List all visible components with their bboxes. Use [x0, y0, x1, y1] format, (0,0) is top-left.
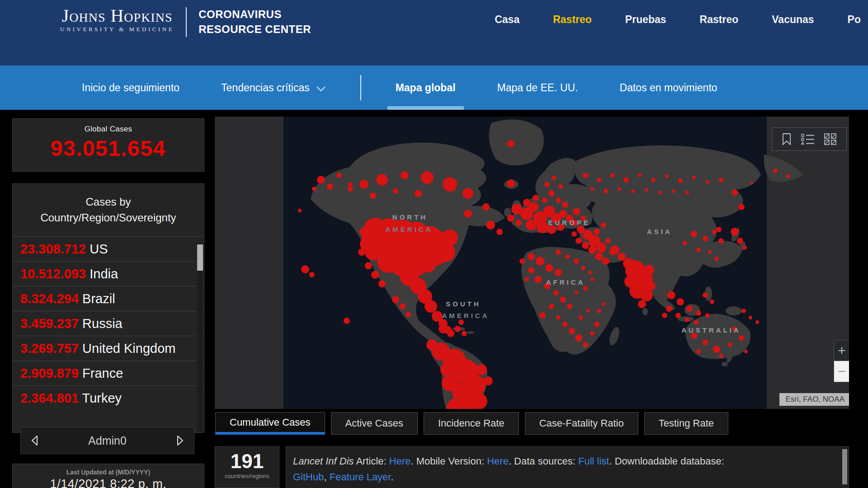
subnav-datos-en-movimiento[interactable]: Datos en movimiento — [599, 66, 738, 110]
country-name: France — [82, 366, 123, 380]
map-metric-tabs: Cumulative Cases Active Cases Incidence … — [215, 412, 728, 435]
cases-scrollbar-thumb[interactable] — [197, 244, 203, 271]
label-south: SOUTH — [446, 300, 481, 308]
case-count: 2.909.879 — [20, 366, 79, 380]
countries-count-caption: countries/regions — [215, 473, 279, 479]
country-name: United Kingdom — [82, 341, 175, 356]
label-europe: EUROPE — [548, 219, 590, 226]
heading-line1: Cases by — [17, 194, 199, 210]
nav-item-rastreo[interactable]: Rastreo — [536, 14, 609, 26]
site-logo[interactable]: Johns Hopkins University & Medicine CORO… — [60, 6, 311, 37]
nav-item-po-truncated[interactable]: Po — [831, 14, 863, 26]
cases-by-country-heading: Cases by Country/Region/Sovereignty — [13, 184, 204, 236]
nav-item-pruebas[interactable]: Pruebas — [609, 14, 683, 26]
nav-item-casa[interactable]: Casa — [478, 14, 536, 26]
nav-item-vacunas[interactable]: Vacunas — [755, 14, 830, 26]
country-row-brazil[interactable]: 8.324.294 Brazil — [13, 286, 204, 311]
basemap-grid-icon[interactable] — [824, 133, 837, 145]
brand-line1: CORONAVIRUS — [198, 7, 311, 22]
case-count: 8.324.294 — [20, 291, 79, 306]
world-map[interactable]: NORTH AMERICA EUROPE ASIA AFRICA SOUTH A… — [215, 117, 849, 409]
country-row-france[interactable]: 2.909.879 France — [13, 361, 204, 385]
last-updated-title: Last Updated at (M/D/YYYY) — [13, 469, 204, 476]
subnav-mapa-global[interactable]: Mapa global — [375, 66, 476, 110]
country-row-united-kingdom[interactable]: 3.269.757 United Kingdom — [13, 336, 204, 361]
country-name: Russia — [82, 316, 123, 331]
dashboard-subnav: Inicio de seguimiento Tendencias crítica… — [0, 66, 868, 110]
chevron-down-icon — [316, 86, 326, 92]
map-zoom-control: + − — [834, 340, 849, 382]
bookmark-icon[interactable] — [782, 133, 792, 145]
full-list-link[interactable]: Full list — [578, 455, 609, 467]
country-row-india[interactable]: 10.512.093 India — [13, 261, 204, 286]
label-asia: ASIA — [647, 228, 672, 235]
country-row-turkey[interactable]: 2.364.801 Turkey — [13, 385, 204, 410]
subnav-tendencias-criticas[interactable]: Tendencias críticas — [200, 66, 347, 110]
legend-list-icon[interactable] — [801, 133, 815, 145]
country-name: India — [90, 267, 118, 281]
subnav-label: Mapa global — [396, 82, 456, 94]
global-cases-panel: Global Cases 93.051.654 — [12, 118, 204, 172]
pager-next-button[interactable] — [176, 435, 184, 446]
global-cases-title: Global Cases — [13, 125, 204, 134]
case-count: 23.308.712 — [20, 242, 86, 256]
logo-divider — [186, 7, 187, 37]
heading-line2: Country/Region/Sovereignty — [17, 210, 199, 225]
subnav-mapa-de-ee-uu[interactable]: Mapa de EE. UU. — [476, 66, 599, 110]
zoom-in-button[interactable]: + — [834, 340, 849, 361]
nav-item-rastreo-2[interactable]: Rastreo — [683, 14, 755, 26]
subnav-label: Tendencias críticas — [221, 82, 310, 94]
case-count: 3.459.237 — [20, 316, 79, 331]
tab-incidence-rate[interactable]: Incidence Rate — [424, 412, 519, 435]
countries-count: 191 — [215, 451, 279, 472]
chevron-right-icon — [176, 435, 184, 446]
main-nav: Casa Rastreo Pruebas Rastreo Vacunas Po — [478, 14, 863, 26]
journal-name: Lancet Inf Dis — [293, 455, 354, 467]
label-africa: AFRICA — [546, 278, 585, 286]
subnav-label: Datos en movimiento — [620, 82, 717, 94]
subnav-inicio-de-seguimiento[interactable]: Inicio de seguimiento — [61, 66, 200, 110]
pager-label: Admin0 — [88, 434, 127, 447]
country-name: US — [90, 242, 108, 256]
case-count: 10.512.093 — [20, 267, 86, 281]
chevron-left-icon — [31, 435, 38, 446]
label-south-america: AMERICA — [442, 312, 490, 319]
article-link[interactable]: Here — [389, 455, 411, 467]
label-north: NORTH — [392, 213, 428, 221]
site-title: CORONAVIRUS RESOURCE CENTER — [198, 6, 311, 37]
label-north-america: AMERICA — [386, 225, 433, 233]
cases-scrollbar-track[interactable] — [197, 244, 203, 432]
last-updated-panel: Last Updated at (M/D/YYYY) 1/14/2021 8:2… — [12, 464, 204, 488]
admin-level-pager: Admin0 — [20, 427, 194, 454]
johns-hopkins-logo: Johns Hopkins University & Medicine — [60, 6, 174, 37]
brand-line2: RESOURCE CENTER — [198, 22, 311, 37]
case-count: 3.269.757 — [20, 341, 79, 356]
label-australia: AUSTRALIA — [681, 326, 741, 334]
countries-count-box: 191 countries/regions — [215, 446, 279, 488]
pager-prev-button[interactable] — [31, 435, 38, 446]
map-toolbar — [772, 127, 847, 151]
country-name: Turkey — [82, 391, 122, 405]
zoom-out-button[interactable]: − — [834, 361, 849, 382]
last-updated-value: 1/14/2021 8:22 p. m. — [13, 477, 204, 488]
info-scrollbar-thumb[interactable] — [842, 449, 847, 484]
logo-line2: University & Medicine — [60, 26, 174, 33]
country-row-russia[interactable]: 3.459.237 Russia — [13, 311, 204, 336]
sources-info-panel: Lancet Inf Dis Article: Here. Mobile Ver… — [286, 446, 849, 488]
global-cases-value: 93.051.654 — [13, 136, 204, 161]
cases-by-country-panel: Cases by Country/Region/Sovereignty 23.3… — [12, 183, 204, 433]
logo-line1: Johns Hopkins — [60, 7, 174, 24]
feature-layer-link[interactable]: Feature Layer — [330, 471, 391, 483]
header: Johns Hopkins University & Medicine CORO… — [0, 0, 868, 66]
case-count: 2.364.801 — [20, 391, 79, 405]
country-row-us[interactable]: 23.308.712 US — [13, 236, 204, 261]
tab-cumulative-cases[interactable]: Cumulative Cases — [215, 412, 325, 435]
subnav-divider — [360, 75, 361, 100]
tab-active-cases[interactable]: Active Cases — [331, 412, 418, 435]
map-panel: NORTH AMERICA EUROPE ASIA AFRICA SOUTH A… — [215, 117, 849, 409]
github-link[interactable]: GitHub — [293, 471, 324, 483]
tab-testing-rate[interactable]: Testing Rate — [644, 412, 728, 435]
tab-case-fatality-ratio[interactable]: Case-Fatality Ratio — [525, 412, 638, 435]
mobile-version-link[interactable]: Here — [487, 455, 509, 467]
map-attribution: Esri, FAO, NOAA — [779, 393, 849, 406]
